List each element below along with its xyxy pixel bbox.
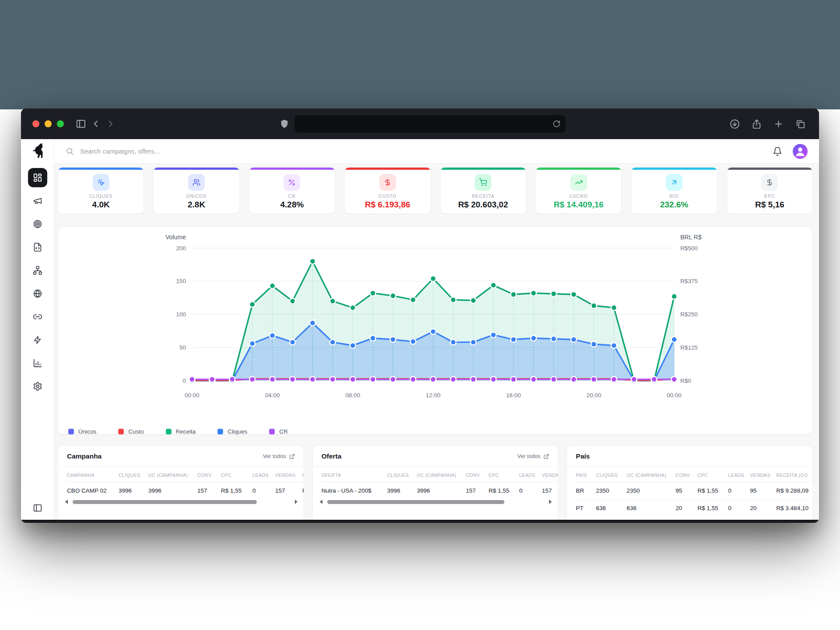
sidebar-item-settings[interactable] <box>28 377 47 396</box>
sidebar-item-network[interactable] <box>28 261 47 280</box>
kpi-value: R$ 5,16 <box>755 200 784 210</box>
column-header: OFERTA <box>322 467 387 482</box>
search-input[interactable] <box>80 147 290 155</box>
sidebar-toggle-icon[interactable] <box>74 116 88 131</box>
table-cell: R <box>302 482 304 500</box>
scroll-left-arrow[interactable] <box>320 500 322 504</box>
legend-item-custo[interactable]: Custo <box>118 428 144 435</box>
svg-text:BRL R$: BRL R$ <box>680 234 702 241</box>
svg-text:Volume: Volume <box>165 234 186 241</box>
reload-icon[interactable] <box>553 120 560 128</box>
kpi-card-lucro: LUCROR$ 14.409,16 <box>536 167 622 214</box>
sidebar-item-globe[interactable] <box>28 284 47 303</box>
sidebar-item-zap[interactable] <box>28 330 47 350</box>
app-root: CLIQUES4.0KÚNICOS2.8KCR4.28%CUSTOR$ 6.19… <box>21 139 819 520</box>
svg-text:16:00: 16:00 <box>506 392 521 399</box>
svg-text:12:00: 12:00 <box>426 392 441 399</box>
table-row: Nutra - USA - 200$39963996157R$ 1,550157 <box>322 482 558 500</box>
kpi-accent <box>345 168 430 170</box>
chart-legend: ÚnicosCustoReceitaCliquesCR <box>58 425 812 435</box>
new-tab-icon[interactable] <box>771 116 786 131</box>
sidebar-item-file-code[interactable] <box>28 238 47 257</box>
kpi-label: LUCRO <box>570 193 588 199</box>
search-bar[interactable] <box>66 147 773 155</box>
table-cell: 636 <box>626 500 676 517</box>
target-icon <box>33 219 42 229</box>
data-table: PAÍSCLIQUESUC (CAMPANHA)CONV.CPCLEADSVEN… <box>576 467 812 517</box>
panel-left-icon <box>76 119 86 129</box>
scroll-left-arrow[interactable] <box>65 500 68 504</box>
table-cell: R$ 1,55 <box>221 482 252 500</box>
table-title: Oferta <box>322 452 342 460</box>
share-icon <box>752 119 762 129</box>
scrollbar-track[interactable] <box>72 500 291 504</box>
avatar[interactable] <box>793 144 808 159</box>
legend-item-cliques[interactable]: Cliques <box>217 428 247 435</box>
legend-item-únicos[interactable]: Únicos <box>68 428 96 435</box>
browser-titlebar <box>21 108 819 139</box>
table-cell: 0 <box>519 482 542 500</box>
table-cell: 0 <box>728 500 750 517</box>
shield-icon[interactable] <box>277 116 292 131</box>
scrollbar-track[interactable] <box>326 500 546 504</box>
sidebar-item-megaphone[interactable] <box>28 191 47 210</box>
legend-swatch <box>68 429 74 434</box>
tab-overview-icon[interactable] <box>793 116 808 131</box>
app-sidebar <box>21 139 54 520</box>
globe-icon <box>33 289 42 298</box>
dog-logo-icon <box>30 143 45 160</box>
kpi-value: 232.6% <box>660 200 688 210</box>
back-icon[interactable] <box>88 116 103 131</box>
table-cell: 20 <box>676 500 697 517</box>
sidebar-item-link[interactable] <box>28 307 47 326</box>
forward-icon[interactable] <box>103 116 118 131</box>
table-cell: 0 <box>728 482 750 500</box>
panel-left-icon <box>33 503 42 513</box>
share-icon[interactable] <box>749 116 764 131</box>
column-header: UC (CAMPANHA) <box>417 467 466 482</box>
sidebar-item-bar-chart[interactable] <box>28 354 47 373</box>
kpi-label: ÚNICOS <box>186 193 207 199</box>
scrollbar-thumb[interactable] <box>73 500 257 504</box>
column-header: LEADS <box>252 467 275 482</box>
column-header: CLIQUES <box>119 467 148 482</box>
column-header: CONV. <box>676 467 697 482</box>
kpi-card-epc: EPCR$ 5,16 <box>727 167 813 214</box>
url-input[interactable] <box>300 120 553 127</box>
chevron-left-icon <box>91 119 101 129</box>
browser-window: CLIQUES4.0KÚNICOS2.8KCR4.28%CUSTOR$ 6.19… <box>21 108 819 523</box>
legend-item-cr[interactable]: CR <box>269 428 288 435</box>
sidebar-item-target[interactable] <box>28 214 47 234</box>
horizontal-scrollbar[interactable] <box>313 499 558 508</box>
table-cell: 0 <box>252 482 275 500</box>
horizontal-scrollbar[interactable] <box>58 499 304 508</box>
close-button[interactable] <box>32 120 39 127</box>
table-cell: 20 <box>750 500 776 517</box>
minimize-button[interactable] <box>45 120 52 127</box>
table-cell: 157 <box>466 482 489 500</box>
sidebar-collapse-icon[interactable] <box>33 498 42 520</box>
table-cell: 3996 <box>387 482 417 500</box>
kpi-accent <box>154 168 239 170</box>
kpi-label: CLIQUES <box>89 193 112 199</box>
downloads-icon[interactable] <box>727 116 742 131</box>
scrollbar-thumb[interactable] <box>327 500 505 504</box>
zoom-button[interactable] <box>57 120 64 127</box>
table-card-pais: PaísPAÍSCLIQUESUC (CAMPANHA)CONV.CPCLEAD… <box>567 445 813 520</box>
table-card-campanha: CampanhaVer todosCAMPANHACLIQUESUC (CAMP… <box>58 445 304 520</box>
chart-canvas: 200R$500150R$375100R$25050R$1250R$0Volum… <box>58 231 812 425</box>
column-header: UC (CAMPANHA) <box>626 467 676 482</box>
kpi-label: ROI <box>669 193 679 199</box>
kpi-icon-chip <box>188 174 205 191</box>
scroll-right-arrow[interactable] <box>549 500 552 504</box>
sidebar-item-layout-dashboard[interactable] <box>28 168 47 187</box>
view-all-link[interactable]: Ver todos <box>518 453 550 459</box>
kpi-card-cliques: CLIQUES4.0K <box>58 167 144 214</box>
address-bar[interactable] <box>294 115 566 133</box>
view-all-link[interactable]: Ver todos <box>263 453 295 459</box>
link-icon <box>33 312 42 322</box>
legend-item-receita[interactable]: Receita <box>166 428 196 435</box>
svg-text:04:00: 04:00 <box>265 392 280 399</box>
bell-icon[interactable] <box>773 147 782 156</box>
scroll-right-arrow[interactable] <box>295 500 298 504</box>
